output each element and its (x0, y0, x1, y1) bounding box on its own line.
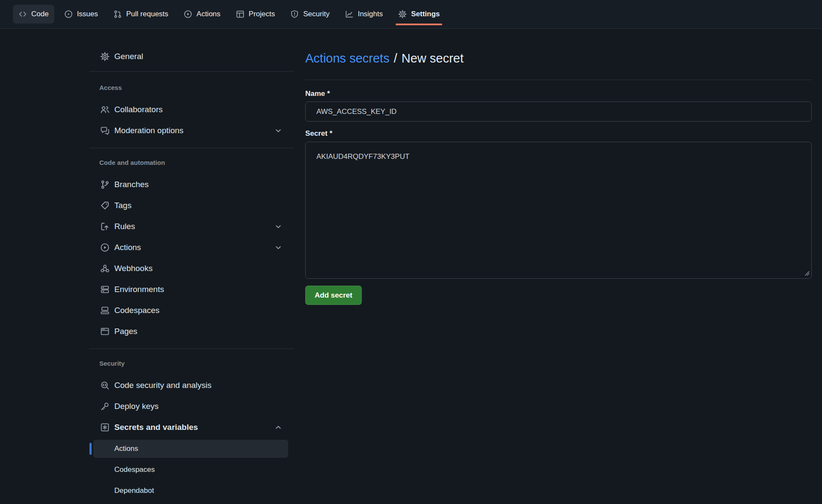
tab-security[interactable]: Security (285, 5, 335, 24)
sidebar-item-label: Actions (114, 243, 141, 252)
sidebar-item-label: Deploy keys (114, 402, 159, 411)
sidebar-item-pages[interactable]: Pages (89, 321, 294, 342)
sidebar-item-code-security-and-analysis[interactable]: Code security and analysis (89, 375, 294, 396)
sidebar-item-label: Pages (114, 327, 137, 336)
sidebar-subitem-label: Actions (114, 444, 138, 453)
tab-settings[interactable]: Settings (393, 5, 445, 24)
sidebar-item-codespaces[interactable]: Codespaces (89, 300, 294, 321)
server-icon (100, 285, 110, 294)
tab-actions[interactable]: Actions (178, 5, 226, 24)
code-icon (18, 10, 27, 18)
sidebar-subitem-label: Codespaces (114, 465, 155, 474)
breadcrumb-current: New secret (402, 51, 464, 66)
key-icon (100, 402, 110, 411)
sidebar-item-label: Webhooks (114, 264, 152, 273)
chevron-down-icon (274, 243, 283, 252)
people-icon (100, 105, 110, 114)
tab-issues[interactable]: Issues (59, 5, 104, 24)
settings-sidebar: General Access Collaborators Moderation … (89, 29, 294, 500)
title-divider (305, 80, 812, 80)
chevron-down-icon (274, 222, 283, 231)
comment-discussion-icon (100, 126, 110, 135)
sidebar-subitem-codespaces[interactable]: Codespaces (93, 461, 288, 479)
sidebar-subitem-actions[interactable]: Actions (93, 440, 288, 458)
gear-icon (100, 52, 110, 61)
resize-grip-icon[interactable] (805, 271, 810, 276)
pull-request-icon (113, 10, 122, 18)
sidebar-item-label: Tags (114, 201, 131, 210)
tab-projects[interactable]: Projects (230, 5, 280, 24)
secret-label: Secret * (305, 129, 812, 138)
asterisk-box-icon (100, 423, 110, 432)
gear-icon (398, 10, 407, 18)
sidebar-item-label: Branches (114, 180, 149, 189)
insights-graph-icon (345, 10, 354, 18)
sidebar-item-deploy-keys[interactable]: Deploy keys (89, 396, 294, 417)
tab-pull-requests[interactable]: Pull requests (108, 5, 174, 24)
sidebar-item-label: Environments (114, 285, 164, 294)
sidebar-item-environments[interactable]: Environments (89, 279, 294, 300)
webhook-icon (100, 264, 110, 273)
sidebar-item-branches[interactable]: Branches (89, 174, 294, 195)
tab-label: Issues (77, 10, 98, 18)
sidebar-subitem-dependabot[interactable]: Dependabot (93, 482, 288, 500)
repo-tab-bar: Code Issues Pull requests Actions Projec… (0, 0, 822, 29)
shield-icon (290, 10, 299, 18)
play-icon (184, 10, 192, 18)
codescan-icon (100, 381, 110, 390)
sidebar-item-label: Moderation options (114, 126, 184, 135)
add-secret-button[interactable]: Add secret (305, 286, 362, 305)
browser-icon (100, 327, 110, 336)
secret-name-input[interactable] (305, 101, 812, 122)
play-icon (100, 243, 110, 252)
tab-label: Code (31, 10, 49, 18)
sidebar-item-label: Collaborators (114, 105, 163, 114)
tab-label: Actions (197, 10, 220, 18)
tag-icon (100, 201, 110, 210)
sidebar-item-general[interactable]: General (89, 46, 294, 67)
new-secret-panel: Actions secrets / New secret Name * Secr… (294, 29, 822, 305)
sidebar-item-webhooks[interactable]: Webhooks (89, 258, 294, 279)
codespaces-icon (100, 306, 110, 315)
sidebar-item-actions[interactable]: Actions (89, 237, 294, 258)
sidebar-subitem-label: Dependabot (114, 486, 154, 495)
actions-secrets-breadcrumb-link[interactable]: Actions secrets (305, 51, 390, 66)
sidebar-item-label: Codespaces (114, 306, 160, 315)
sidebar-item-collaborators[interactable]: Collaborators (89, 99, 294, 120)
sidebar-divider (89, 71, 294, 72)
secret-textarea-wrap: AKIAUD4RQDYF73KY3PUT (305, 142, 812, 279)
tab-label: Projects (249, 10, 275, 18)
secret-value-textarea[interactable]: AKIAUD4RQDYF73KY3PUT (305, 142, 812, 279)
sidebar-section-code-and-automation: Code and automation (89, 158, 294, 167)
projects-table-icon (236, 10, 244, 18)
tab-label: Pull requests (126, 10, 168, 18)
issue-opened-icon (64, 10, 73, 18)
tab-insights[interactable]: Insights (340, 5, 389, 24)
name-label: Name * (305, 89, 812, 98)
chevron-up-icon (274, 423, 283, 432)
sidebar-item-label: Secrets and variables (114, 423, 198, 432)
sidebar-section-security: Security (89, 359, 294, 368)
sidebar-divider (89, 148, 294, 148)
tab-label: Settings (411, 10, 440, 18)
tab-label: Insights (358, 10, 383, 18)
breadcrumb-separator: / (394, 51, 397, 66)
sidebar-item-tags[interactable]: Tags (89, 195, 294, 216)
page-title: Actions secrets / New secret (305, 51, 812, 66)
tab-code[interactable]: Code (13, 5, 54, 24)
sidebar-item-label: General (114, 52, 143, 61)
sidebar-item-rules[interactable]: Rules (89, 216, 294, 237)
sidebar-section-access: Access (89, 84, 294, 92)
sidebar-item-secrets-and-variables[interactable]: Secrets and variables (89, 417, 294, 438)
sidebar-item-label: Code security and analysis (114, 381, 211, 390)
sidebar-item-label: Rules (114, 222, 135, 231)
sidebar-item-moderation-options[interactable]: Moderation options (89, 120, 294, 141)
chevron-down-icon (274, 126, 283, 135)
git-branch-icon (100, 180, 110, 189)
tab-label: Security (303, 10, 329, 18)
rules-icon (100, 222, 110, 231)
sidebar-divider (89, 349, 294, 349)
